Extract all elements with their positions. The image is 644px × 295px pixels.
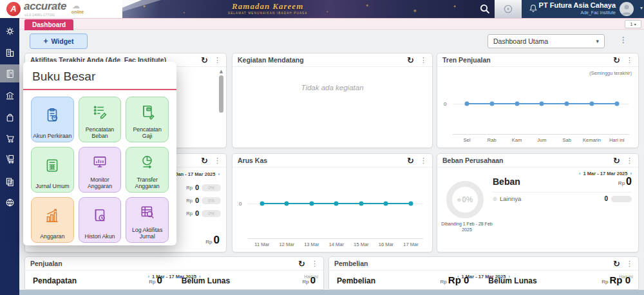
scroll-up-icon[interactable]: ▲	[218, 69, 224, 74]
donut-percent: 0%	[462, 195, 473, 204]
tren-penjualan-chart: 0 SelRabKamJumSabKemarinHari ini	[442, 78, 633, 146]
banner-title: Ramadan Kareem	[232, 1, 303, 12]
banner-swoosh-light	[122, 0, 161, 12]
metric-label: Pendapatan	[33, 276, 77, 285]
search-icon[interactable]	[479, 3, 491, 15]
plus-icon: +	[44, 37, 48, 46]
refresh-icon[interactable]: ↻	[613, 56, 620, 64]
sidebar-bank-icon[interactable]	[0, 86, 19, 104]
popup-divider	[23, 89, 176, 90]
popup-tile-pencatatan-beban[interactable]: Pencatatan Beban	[79, 97, 122, 142]
amount-value: 0	[195, 196, 199, 204]
kebab-menu-icon[interactable]: ⋮	[420, 157, 427, 165]
compare-note: Dibanding 1 Feb - 28 Feb 2025	[437, 221, 497, 233]
topbar-light-section	[495, 0, 522, 18]
scrollbar-thumb[interactable]	[219, 75, 223, 113]
sidebar-trolley-icon[interactable]	[0, 149, 19, 167]
company-name: PT Futura Asia Cahaya	[539, 1, 616, 10]
kebab-menu-icon[interactable]: ⋮	[214, 157, 221, 165]
accurate-logo-icon: A	[6, 2, 21, 16]
card-title: Penjualan	[30, 260, 298, 267]
x-axis-labels: 11 Mar12 Mar13 Mar14 Mar15 Mar16 Mar17 M…	[248, 242, 423, 249]
x-axis-tick-label: Sab	[562, 137, 571, 143]
kebab-menu-icon[interactable]: ⋮	[626, 157, 633, 165]
data-point	[464, 102, 469, 106]
summary-row: Rp 0 0%	[186, 209, 221, 217]
donut-center-label: ⊕ 0%	[446, 181, 484, 218]
monitor-chart-icon	[91, 148, 108, 176]
tile-label: Pencatatan Beban	[79, 126, 121, 139]
widget-button-label: Widget	[52, 37, 74, 45]
sales-values-row: Pendapatan Rp0 Belum Lunas Rp0	[33, 274, 316, 286]
refresh-icon[interactable]: ↻	[201, 157, 208, 165]
sidebar-globe-icon[interactable]	[0, 193, 19, 211]
data-point	[489, 102, 494, 106]
y-axis-zero-label: 0	[239, 201, 242, 207]
sidebar-documents-icon[interactable]	[0, 173, 19, 191]
sidebar-gear-icon[interactable]	[0, 22, 19, 40]
popup-tile-log-aktifitas-jurnal[interactable]: Log Aktifitas Jurnal	[126, 197, 169, 243]
page-indicator[interactable]: 1 ▾	[625, 20, 641, 28]
banner-subtitle: SELAMAT MENUNAIKAN IBADAH PUASA	[228, 12, 308, 15]
card-title: Arus Kas	[238, 157, 407, 164]
currency-prefix: Rp	[186, 198, 193, 204]
sidebar-buku-besar-icon[interactable]	[0, 64, 19, 82]
metric-label: Pembelian	[337, 276, 375, 285]
toolbar-kebab-menu-icon[interactable]: ⋮	[620, 35, 627, 44]
scrollbar[interactable]: ▲	[218, 69, 224, 145]
user-avatar[interactable]	[620, 2, 634, 16]
tab-dashboard[interactable]: Dashboard	[24, 19, 73, 30]
x-axis-labels: SelRabKamJumSabKemarinHari ini	[453, 137, 629, 144]
x-axis-tick-label: 14 Mar	[329, 242, 344, 247]
refresh-icon[interactable]: ↻	[613, 260, 620, 268]
notifications-bell-icon[interactable]	[528, 3, 538, 14]
data-point	[359, 202, 363, 206]
card-title: Pembelian	[334, 260, 613, 267]
kebab-menu-icon[interactable]: ⋮	[420, 56, 427, 64]
data-point	[334, 202, 339, 206]
popup-tile-jurnal-umum[interactable]: Jurnal Umum	[31, 147, 74, 193]
kebab-menu-icon[interactable]: ⋮	[626, 56, 633, 64]
x-axis-tick-label: Jum	[537, 137, 546, 143]
tile-label: Anggaran	[39, 233, 66, 240]
refresh-icon[interactable]: ↻	[298, 260, 305, 268]
refresh-icon[interactable]: ↻	[407, 157, 414, 165]
popup-tile-pencatatan-gaji[interactable]: RP Pencatatan Gaji	[126, 97, 169, 142]
card-penjualan: Penjualan ↻ ⋮ ‹ 1 Mar - 17 Mar 2025 › Ha…	[24, 256, 324, 290]
card-beban-perusahaan: Beban Perusahaan ↻ ⋮ ‹ 1 Mar - 17 Mar 20…	[437, 153, 639, 252]
metric-label: Belum Lunas	[182, 276, 230, 285]
legend-row[interactable]: ◎ Lainnya 0	[493, 195, 632, 202]
kebab-menu-icon[interactable]: ⋮	[626, 260, 633, 268]
popup-tile-monitor-anggaran[interactable]: Monitor Anggaran	[79, 147, 122, 193]
legend-value: 0	[604, 195, 608, 202]
company-block[interactable]: PT Futura Asia Cahaya Ade_Fac Institute	[539, 1, 616, 15]
card-title: Kegiatan Mendatang	[238, 56, 407, 64]
popup-tile-histori-akun[interactable]: Histori Akun	[79, 197, 122, 243]
next-period-icon[interactable]: ›	[217, 171, 222, 177]
kebab-menu-icon[interactable]: ⋮	[311, 260, 318, 268]
add-widget-button[interactable]: +Widget	[30, 33, 88, 49]
sidebar-company-icon[interactable]	[0, 43, 19, 61]
currency-prefix: Rp	[186, 211, 193, 216]
currency-prefix: Rp	[440, 279, 447, 285]
data-point	[408, 202, 413, 206]
kebab-menu-icon[interactable]: ⋮	[214, 56, 221, 64]
currency-prefix: Rp	[186, 185, 193, 191]
card-kegiatan-mendatang: Kegiatan Mendatang ↻ ⋮ Tidak ada kegiata…	[232, 53, 433, 148]
refresh-icon[interactable]: ↻	[613, 157, 620, 165]
percent-pill: 0%	[202, 197, 221, 204]
popup-tile-transfer-anggaran[interactable]: Transfer Anggaran	[126, 147, 169, 193]
tile-label: Jurnal Umum	[34, 183, 70, 189]
accurate-online-app: A accurate v1.0.14061-177191 ☁ online Ra…	[0, 0, 644, 295]
account-chevron-down-icon[interactable]: ▾	[640, 5, 643, 11]
popup-tile-akun-perkiraan[interactable]: RP Akun Perkiraan	[31, 97, 74, 142]
data-point	[540, 102, 544, 106]
refresh-icon[interactable]: ↻	[407, 56, 414, 64]
dashboard-select[interactable]: Dashboard Utama ▾	[488, 34, 605, 48]
tile-label: Log Aktifitas Jurnal	[126, 227, 168, 240]
refresh-icon[interactable]: ↻	[201, 56, 208, 64]
popup-tile-anggaran[interactable]: Anggaran	[31, 197, 74, 243]
chart-plot: 0	[248, 173, 423, 234]
sidebar-purchase-bag-icon[interactable]	[0, 108, 19, 126]
sidebar-cart-icon[interactable]	[0, 129, 19, 147]
